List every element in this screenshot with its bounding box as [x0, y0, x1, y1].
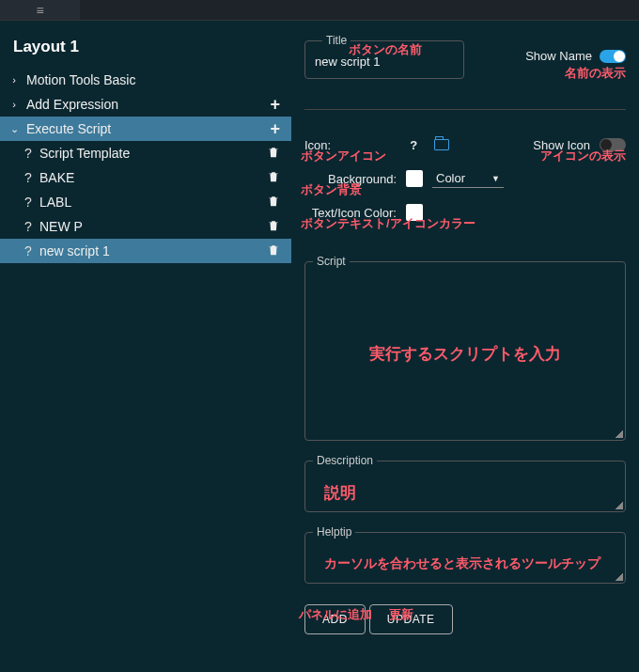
layout-title: Layout 1	[0, 30, 291, 68]
color-mode-select[interactable]: Color ▼	[432, 169, 504, 188]
tree-child-labl[interactable]: ? LABL	[0, 190, 291, 214]
question-icon: ?	[21, 219, 36, 234]
title-legend: Title	[322, 34, 351, 47]
anno-title: ボタンの名前	[349, 41, 422, 58]
anno-background: ボタン背景	[301, 181, 362, 198]
question-icon: ?	[21, 195, 36, 210]
show-name-label: Show Name	[525, 49, 592, 63]
description-fieldset: Description 説明	[304, 454, 626, 512]
anno-show-name: 名前の表示	[525, 65, 626, 82]
tree-child-new-p[interactable]: ? NEW P	[0, 214, 291, 239]
tree-item-add-expression[interactable]: › Add Expression +	[0, 92, 291, 117]
tree-item-motion-tools[interactable]: › Motion Tools Basic	[0, 68, 291, 92]
folder-icon[interactable]	[434, 139, 449, 150]
trash-icon[interactable]	[267, 170, 284, 186]
plus-icon[interactable]: +	[270, 119, 284, 139]
question-icon: ?	[21, 146, 36, 161]
chevron-right-icon: ›	[6, 74, 23, 86]
resize-grip[interactable]	[616, 573, 623, 581]
resize-grip[interactable]	[616, 430, 623, 438]
anno-show-icon: アイコンの表示	[540, 148, 626, 164]
show-name-toggle[interactable]	[600, 50, 626, 63]
menu-toggle[interactable]: ≡	[0, 0, 80, 20]
helptip-fieldset: Helptip カーソルを合わせると表示されるツールチップ	[304, 525, 626, 584]
helptip-legend: Helptip	[313, 525, 355, 539]
tree-child-bake[interactable]: ? BAKE	[0, 165, 291, 190]
tree-child-new-script-1[interactable]: ? new script 1	[0, 239, 291, 263]
script-legend: Script	[313, 255, 350, 268]
title-bar: ≡	[0, 0, 639, 21]
anno-script: 実行するスクリプトを入力	[305, 343, 625, 365]
title-fieldset: Title ボタンの名前	[304, 34, 464, 79]
resize-grip[interactable]	[616, 502, 623, 509]
anno-helptip: カーソルを合わせると表示されるツールチップ	[324, 555, 600, 572]
chevron-down-icon: ⌄	[6, 123, 23, 135]
properties-panel: Title ボタンの名前 Show Name 名前の表示 Icon: ?	[291, 21, 639, 672]
anno-add: パネルに追加	[299, 606, 372, 623]
anno-icon: ボタンアイコン	[301, 148, 386, 164]
tree-child-script-template[interactable]: ? Script Template	[0, 141, 291, 165]
trash-icon[interactable]	[267, 195, 284, 211]
tree-item-execute-script[interactable]: ⌄ Execute Script +	[0, 117, 291, 141]
anno-update: 更新	[389, 606, 413, 623]
anno-description: 説明	[324, 482, 356, 504]
trash-icon[interactable]	[267, 219, 284, 235]
question-icon: ?	[21, 170, 36, 185]
question-icon: ?	[21, 243, 36, 258]
chevron-right-icon: ›	[6, 99, 23, 110]
divider	[304, 109, 626, 110]
sidebar: Layout 1 › Motion Tools Basic › Add Expr…	[0, 21, 291, 672]
dropdown-icon: ▼	[491, 174, 500, 183]
background-swatch[interactable]	[406, 170, 423, 187]
description-legend: Description	[313, 454, 377, 467]
hamburger-icon: ≡	[36, 3, 43, 18]
question-icon[interactable]: ?	[406, 138, 421, 152]
script-fieldset: Script 実行するスクリプトを入力	[304, 255, 626, 441]
trash-icon[interactable]	[267, 243, 284, 259]
trash-icon[interactable]	[267, 146, 284, 162]
plus-icon[interactable]: +	[270, 95, 284, 115]
anno-text-color: ボタンテキスト/アイコンカラー	[301, 215, 475, 232]
